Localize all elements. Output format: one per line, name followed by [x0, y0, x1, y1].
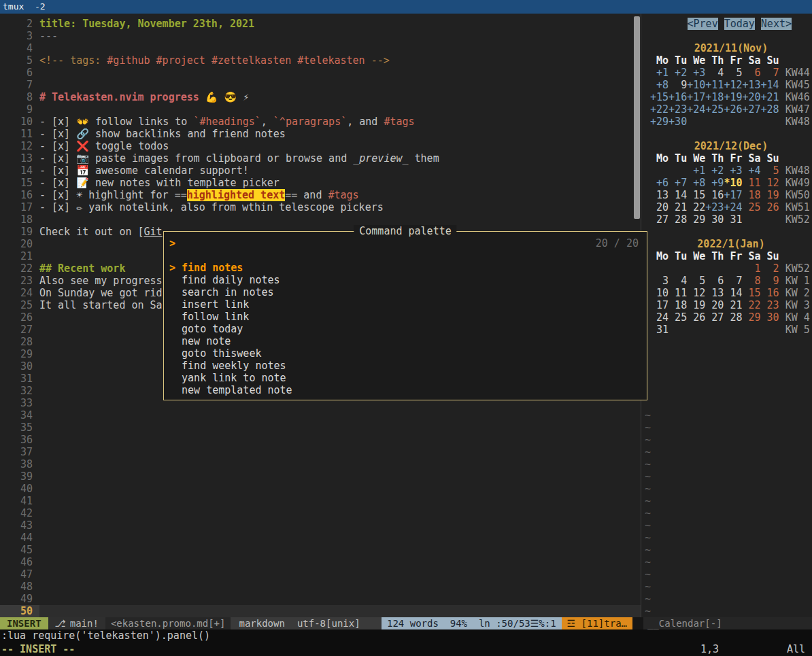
calendar-day[interactable]: 30 — [761, 311, 779, 324]
calendar-day[interactable]: 27 — [650, 213, 669, 226]
editor-line[interactable]: 50 — [0, 605, 641, 617]
calendar-day[interactable]: 31 — [724, 213, 742, 226]
calendar-day[interactable]: 20 — [650, 201, 669, 213]
editor-line[interactable]: 5<!-- tags: #github #project #zettelkast… — [0, 54, 641, 67]
calendar-next-button[interactable]: Next> — [761, 18, 792, 30]
calendar-day[interactable]: +17 — [687, 91, 705, 103]
calendar-day[interactable]: +17 — [724, 189, 742, 201]
editor-line[interactable]: 6 — [0, 67, 641, 79]
calendar-day[interactable]: 29 — [687, 213, 705, 226]
palette-item[interactable]: new templated note — [164, 384, 647, 396]
calendar-day[interactable]: +28 — [761, 103, 779, 116]
calendar-day[interactable]: 29 — [742, 311, 760, 324]
editor-line[interactable]: 17- [x] ✏ yank notelink, also from wthin… — [0, 201, 641, 213]
calendar-day[interactable]: 25 — [742, 201, 760, 213]
calendar-day[interactable]: +21 — [761, 91, 779, 103]
calendar-day[interactable]: 21 — [669, 201, 687, 213]
calendar-day[interactable]: 5 — [724, 67, 742, 79]
calendar-day[interactable]: +6 — [650, 177, 669, 189]
calendar-day[interactable]: 10 — [650, 287, 669, 299]
calendar-day[interactable]: +1 — [650, 67, 669, 79]
calendar-day[interactable]: +3 — [724, 165, 742, 177]
calendar-day[interactable]: +9 — [705, 177, 724, 189]
calendar-day[interactable]: +3 — [687, 67, 705, 79]
calendar-day[interactable]: 26 — [687, 311, 705, 324]
calendar-day[interactable]: +27 — [742, 103, 760, 116]
calendar-day[interactable]: 4 — [669, 275, 687, 287]
calendar-day[interactable]: +20 — [742, 91, 760, 103]
calendar-day[interactable]: 15 — [742, 287, 760, 299]
calendar-day[interactable]: 1 — [742, 262, 760, 275]
calendar-day[interactable]: +8 — [687, 177, 705, 189]
calendar-day[interactable]: 18 — [742, 189, 760, 201]
calendar-day[interactable]: 13 — [650, 189, 669, 201]
calendar-day[interactable]: +23 — [669, 103, 687, 116]
calendar-day[interactable]: 22 — [742, 299, 760, 311]
calendar-day[interactable]: +7 — [669, 177, 687, 189]
palette-item[interactable]: > find notes — [164, 262, 647, 274]
palette-item[interactable]: search in notes — [164, 286, 647, 298]
editor-line[interactable]: 37 — [0, 446, 641, 458]
calendar-day[interactable]: 6 — [742, 67, 760, 79]
calendar-day[interactable]: 3 — [650, 275, 669, 287]
calendar-day[interactable]: 15 — [687, 189, 705, 201]
editor-line[interactable]: 16- [x] ☀ highlight for ==highlighted te… — [0, 189, 641, 201]
calendar-day[interactable]: +18 — [705, 91, 724, 103]
calendar-day[interactable]: 9 — [761, 275, 779, 287]
calendar-today-button[interactable]: Today — [724, 18, 755, 30]
calendar-day[interactable]: 28 — [724, 311, 742, 324]
calendar-day[interactable]: 4 — [705, 67, 724, 79]
git-branch[interactable]: ⎇ main! — [48, 617, 105, 629]
filename[interactable]: <ekasten.promo.md[+] — [105, 617, 231, 629]
editor-line[interactable]: 48 — [0, 581, 641, 593]
calendar-day[interactable]: 13 — [705, 287, 724, 299]
editor-line[interactable]: 9 — [0, 103, 641, 116]
calendar-day[interactable]: 14 — [669, 189, 687, 201]
calendar-day[interactable]: +1 — [687, 165, 705, 177]
calendar-day[interactable]: 14 — [724, 287, 742, 299]
command-line[interactable]: :lua require('telekasten').panel() — [0, 629, 812, 642]
calendar-day[interactable]: +4 — [742, 165, 760, 177]
editor-line[interactable]: 42 — [0, 507, 641, 519]
calendar-day[interactable]: +26 — [724, 103, 742, 116]
calendar-day[interactable]: 12 — [687, 287, 705, 299]
editor-line[interactable]: 36 — [0, 434, 641, 446]
editor-line[interactable]: 14- [x] 📅 awesome calendar support! — [0, 165, 641, 177]
diagnostics-badge[interactable]: ☲ [11]tra… — [562, 617, 632, 629]
editor-line[interactable]: 18 — [0, 213, 641, 226]
calendar-day[interactable]: +24 — [687, 103, 705, 116]
palette-item[interactable]: new note — [164, 335, 647, 347]
calendar-day[interactable]: +8 — [650, 79, 669, 91]
editor-line[interactable]: 2title: Tuesday, November 23th, 2021 — [0, 18, 641, 30]
editor-line[interactable]: 13- [x] 📷 paste images from clipboard or… — [0, 152, 641, 165]
calendar-day[interactable]: 19 — [687, 299, 705, 311]
calendar-day[interactable]: 23 — [761, 299, 779, 311]
calendar-day[interactable]: 30 — [705, 213, 724, 226]
editor-line[interactable]: 46 — [0, 556, 641, 568]
editor-line[interactable]: 39 — [0, 470, 641, 483]
palette-item[interactable]: goto today — [164, 323, 647, 335]
calendar-day[interactable]: 5 — [687, 275, 705, 287]
editor-line[interactable]: 43 — [0, 519, 641, 532]
editor-line[interactable]: 7 — [0, 79, 641, 91]
calendar-day[interactable]: +15 — [650, 91, 669, 103]
calendar-day[interactable]: +13 — [742, 79, 760, 91]
editor-line[interactable]: 40 — [0, 483, 641, 495]
calendar-day[interactable]: +29 — [650, 116, 669, 128]
calendar-day[interactable]: 19 — [761, 189, 779, 201]
editor-line[interactable]: 38 — [0, 458, 641, 470]
editor-line[interactable]: 3--- — [0, 30, 641, 42]
calendar-day[interactable]: 16 — [705, 189, 724, 201]
calendar-day[interactable]: 11 — [669, 287, 687, 299]
calendar-prev-button[interactable]: <Prev — [688, 18, 718, 30]
editor-line[interactable]: 44 — [0, 532, 641, 544]
calendar-day[interactable]: +30 — [669, 116, 687, 128]
palette-item[interactable]: insert link — [164, 298, 647, 311]
calendar-day[interactable]: 9 — [669, 79, 687, 91]
editor-line[interactable]: 4 — [0, 42, 641, 54]
calendar-day[interactable]: 26 — [761, 201, 779, 213]
calendar-day[interactable]: +14 — [761, 79, 779, 91]
calendar-day[interactable]: +19 — [724, 91, 742, 103]
calendar-day[interactable]: 31 — [650, 324, 669, 336]
palette-input[interactable]: > 20 / 20 — [164, 237, 647, 249]
